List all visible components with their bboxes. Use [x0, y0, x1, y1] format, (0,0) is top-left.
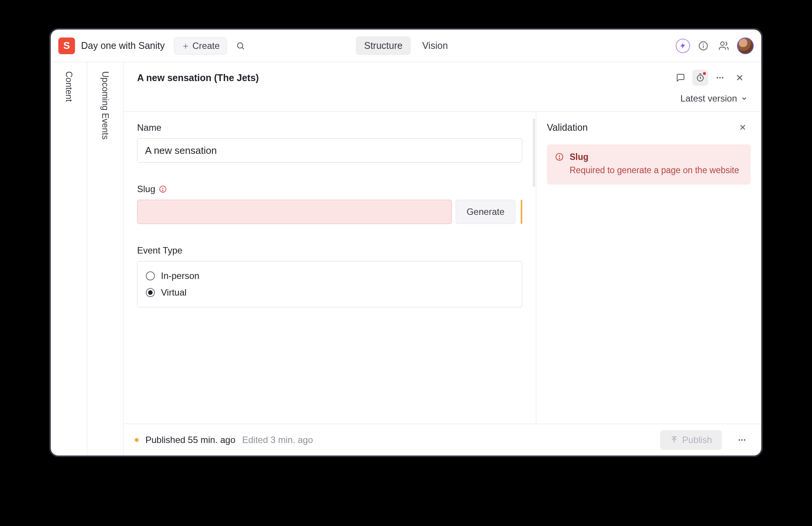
dots-icon	[737, 435, 746, 445]
users-icon	[718, 41, 729, 51]
chevron-down-icon	[741, 95, 748, 102]
svg-point-8	[719, 77, 721, 78]
svg-point-19	[559, 158, 560, 159]
warning-icon	[159, 185, 167, 193]
name-label: Name	[137, 122, 522, 133]
info-button[interactable]	[696, 39, 710, 53]
top-bar: S Day one with Sanity ＋ Create Structure…	[51, 30, 761, 62]
document-actions	[673, 70, 748, 86]
svg-point-5	[721, 42, 724, 45]
document-pane: A new sensation (The Jets)	[123, 62, 761, 456]
rail-content-label: Content	[64, 71, 74, 102]
generate-button[interactable]: Generate	[456, 200, 515, 224]
timer-icon	[696, 73, 705, 82]
validation-message: Required to generate a page on the websi…	[570, 164, 739, 177]
header-right	[676, 38, 754, 54]
name-input[interactable]	[137, 138, 522, 163]
document-footer: Published 55 min. ago Edited 3 min. ago …	[123, 424, 761, 456]
field-slug: Slug Generate	[137, 184, 522, 224]
svg-point-23	[744, 439, 745, 441]
svg-point-21	[739, 439, 740, 441]
version-select[interactable]: Latest version	[681, 93, 748, 104]
validation-item[interactable]: Slug Required to generate a page on the …	[547, 144, 751, 185]
event-type-label: Event Type	[137, 245, 522, 256]
tab-structure[interactable]: Structure	[356, 36, 411, 55]
radio-icon	[146, 271, 155, 280]
field-event-type: Event Type In-person Virtual	[137, 245, 522, 307]
comment-icon	[676, 73, 685, 82]
status-dot-icon	[135, 438, 139, 442]
svg-point-7	[717, 77, 718, 78]
close-pane-button[interactable]	[732, 70, 748, 86]
dots-icon	[715, 73, 725, 82]
form-column: Name Slug Generate	[123, 112, 536, 424]
upload-icon	[670, 436, 678, 444]
close-icon	[735, 74, 744, 82]
document-menu-button[interactable]	[712, 70, 728, 86]
search-button[interactable]	[232, 38, 249, 54]
svg-point-9	[722, 77, 723, 78]
svg-point-0	[237, 43, 243, 48]
create-button[interactable]: ＋ Create	[174, 37, 227, 55]
publish-button[interactable]: Publish	[660, 430, 722, 450]
published-text: Published 55 min. ago	[145, 435, 236, 445]
scrollbar[interactable]	[533, 119, 535, 187]
document-header: A new sensation (The Jets)	[123, 62, 761, 112]
comments-button[interactable]	[673, 70, 689, 86]
document-title: A new sensation (The Jets)	[137, 72, 259, 83]
rail-upcoming-label: Upcoming Events	[100, 71, 110, 139]
publish-label: Publish	[682, 435, 712, 445]
event-type-group: In-person Virtual	[137, 261, 522, 307]
create-label: Create	[192, 41, 220, 51]
radio-in-person[interactable]: In-person	[146, 268, 514, 284]
slug-label: Slug	[137, 184, 155, 194]
rail-upcoming-events[interactable]: Upcoming Events	[87, 62, 123, 456]
error-icon	[555, 153, 564, 177]
review-changes-button[interactable]	[692, 70, 708, 86]
close-icon	[739, 124, 746, 131]
rail-content[interactable]: Content	[51, 62, 87, 456]
svg-point-4	[703, 44, 703, 44]
svg-line-1	[242, 47, 244, 49]
validation-panel: Validation Slug Required to generate a p…	[536, 112, 761, 424]
radio-in-person-label: In-person	[161, 271, 199, 281]
bolt-button[interactable]	[676, 39, 690, 53]
search-icon	[236, 41, 245, 50]
presence-button[interactable]	[717, 39, 731, 53]
workspace-tabs: Structure Vision	[356, 36, 456, 55]
field-name: Name	[137, 122, 522, 163]
svg-point-22	[741, 439, 743, 441]
app-window: S Day one with Sanity ＋ Create Structure…	[51, 30, 761, 456]
body: Content Upcoming Events A new sensation …	[51, 62, 761, 456]
radio-icon	[146, 288, 155, 297]
plus-icon: ＋	[181, 41, 190, 50]
info-icon	[698, 41, 708, 51]
footer-menu-button[interactable]	[734, 432, 750, 448]
bolt-icon	[679, 42, 686, 49]
slug-input[interactable]	[137, 200, 452, 224]
logo: S	[58, 38, 75, 54]
version-label: Latest version	[681, 93, 737, 104]
validation-field-name: Slug	[570, 152, 739, 162]
svg-point-14	[162, 190, 163, 191]
document-body: Name Slug Generate	[123, 112, 761, 424]
avatar[interactable]	[737, 38, 754, 54]
change-indicator	[521, 200, 522, 224]
app-title: Day one with Sanity	[81, 40, 165, 51]
tab-vision[interactable]: Vision	[414, 36, 456, 55]
validation-heading: Validation	[547, 122, 588, 133]
radio-virtual[interactable]: Virtual	[146, 284, 514, 301]
radio-virtual-label: Virtual	[161, 287, 187, 298]
close-validation-button[interactable]	[735, 119, 751, 135]
edited-text: Edited 3 min. ago	[242, 435, 313, 445]
